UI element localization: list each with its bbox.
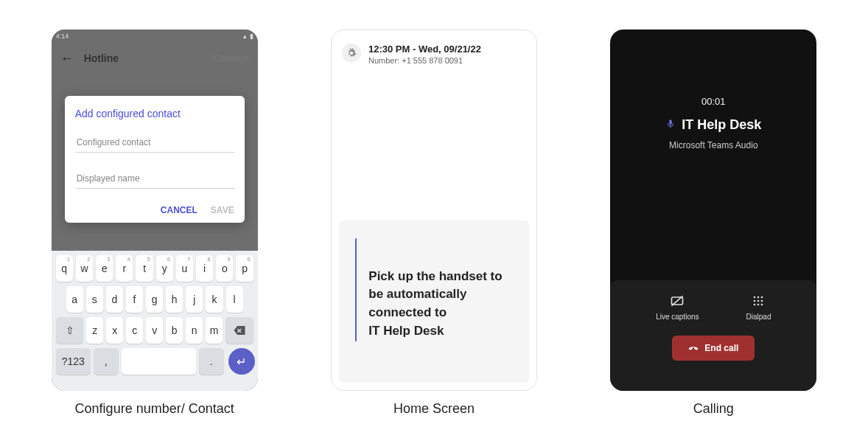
space-key[interactable] — [122, 348, 196, 375]
key-g[interactable]: g — [146, 286, 163, 313]
key-o[interactable]: o9 — [216, 255, 233, 282]
svg-point-2 — [754, 296, 756, 299]
comma-key[interactable]: , — [94, 348, 119, 375]
gear-icon — [346, 48, 357, 58]
key-f[interactable]: f — [126, 286, 143, 313]
captions-icon — [670, 294, 685, 308]
key-r[interactable]: r4 — [116, 255, 133, 282]
caption-configure: Configure number/ Contact — [75, 401, 234, 417]
card-accent-bar — [355, 238, 357, 341]
symbols-key[interactable]: ?123 — [56, 348, 91, 375]
svg-point-9 — [757, 304, 760, 306]
call-timer: 00:01 — [610, 96, 816, 107]
end-call-label: End call — [704, 343, 738, 353]
add-contact-dialog: Add configured contact CANCEL SAVE — [65, 96, 245, 223]
call-title: IT Help Desk — [682, 117, 761, 133]
dialog-actions: CANCEL SAVE — [75, 205, 234, 215]
svg-point-6 — [757, 300, 760, 302]
instruction-card: Pick up the handset to be automatically … — [339, 221, 529, 383]
key-p[interactable]: p0 — [236, 255, 253, 282]
key-e[interactable]: e3 — [96, 255, 113, 282]
svg-point-8 — [754, 304, 756, 306]
keyboard-row-4: ?123 , . ↵ — [55, 348, 255, 375]
hangup-icon — [688, 343, 699, 353]
call-info: 00:01 IT Help Desk Microsoft Teams Audio — [610, 29, 816, 150]
live-captions-button[interactable]: Live captions — [656, 294, 699, 321]
dialpad-button[interactable]: Dialpad — [746, 294, 771, 321]
key-l[interactable]: l — [226, 286, 243, 313]
datetime-label: 12:30 PM - Wed, 09/21/22 — [368, 44, 481, 55]
call-title-row: IT Help Desk — [610, 117, 816, 133]
signal-icon: ▴ — [243, 32, 247, 40]
key-n[interactable]: n — [186, 317, 203, 344]
caption-calling: Calling — [693, 401, 734, 417]
key-q[interactable]: q1 — [56, 255, 73, 282]
caption-home: Home Screen — [393, 401, 475, 417]
svg-point-7 — [761, 300, 763, 302]
soft-keyboard: q1w2e3r4t5y6u7i8o9p0 asdfghjkl ⇧ zxcvbnm… — [52, 251, 258, 391]
svg-point-5 — [754, 300, 756, 302]
cancel-button[interactable]: CANCEL — [161, 205, 197, 215]
key-y[interactable]: y6 — [156, 255, 173, 282]
key-b[interactable]: b — [166, 317, 183, 344]
svg-point-4 — [761, 296, 763, 299]
enter-key[interactable]: ↵ — [228, 348, 255, 375]
phone-configure-contact: 4:14 ▴ ▮ ← Hotline Continue Add configur… — [52, 29, 258, 391]
settings-button[interactable] — [342, 44, 361, 63]
svg-point-3 — [757, 296, 760, 299]
dialpad-label: Dialpad — [746, 313, 771, 321]
dialog-title: Add configured contact — [75, 108, 234, 119]
phone-home-screen: 12:30 PM - Wed, 09/21/22 Number: +1 555 … — [331, 29, 537, 391]
key-h[interactable]: h — [166, 286, 183, 313]
displayed-name-field[interactable] — [75, 169, 234, 189]
keyboard-row-3: ⇧ zxcvbnm — [55, 317, 255, 344]
status-time: 4:14 — [56, 32, 69, 40]
shift-key[interactable]: ⇧ — [56, 317, 84, 344]
key-d[interactable]: d — [106, 286, 123, 313]
keyboard-row-2: asdfghjkl — [55, 286, 255, 313]
shift-icon: ⇧ — [66, 324, 74, 336]
instruction-text: Pick up the handset to be automatically … — [368, 268, 516, 341]
screen-title: Hotline — [84, 52, 119, 64]
backspace-icon — [233, 324, 246, 337]
top-bar: ← Hotline Continue — [52, 43, 258, 74]
configured-contact-field[interactable] — [75, 133, 234, 153]
key-k[interactable]: k — [206, 286, 223, 313]
svg-point-10 — [761, 304, 763, 306]
enter-icon: ↵ — [237, 355, 246, 369]
back-icon[interactable]: ← — [60, 51, 74, 66]
phone-calling: 00:01 IT Help Desk Microsoft Teams Audio… — [610, 29, 816, 391]
save-button[interactable]: SAVE — [211, 205, 234, 215]
status-bar: 4:14 ▴ ▮ — [52, 29, 258, 43]
home-top-bar: 12:30 PM - Wed, 09/21/22 Number: +1 555 … — [332, 30, 536, 68]
period-key[interactable]: . — [199, 348, 224, 375]
key-t[interactable]: t5 — [136, 255, 153, 282]
number-label: Number: +1 555 878 0091 — [368, 56, 481, 65]
backspace-key[interactable] — [225, 317, 253, 344]
status-icons: ▴ ▮ — [243, 32, 253, 40]
keyboard-row-1: q1w2e3r4t5y6u7i8o9p0 — [55, 255, 255, 282]
dialpad-icon — [751, 294, 766, 308]
live-captions-label: Live captions — [656, 313, 699, 321]
key-i[interactable]: i8 — [196, 255, 213, 282]
key-w[interactable]: w2 — [76, 255, 93, 282]
key-c[interactable]: c — [126, 317, 143, 344]
battery-icon: ▮ — [250, 32, 253, 40]
key-v[interactable]: v — [146, 317, 163, 344]
call-controls-panel: Live captions Dialpad End call — [610, 280, 816, 391]
key-x[interactable]: x — [106, 317, 123, 344]
key-u[interactable]: u7 — [176, 255, 193, 282]
end-call-button[interactable]: End call — [672, 336, 755, 361]
key-z[interactable]: z — [86, 317, 103, 344]
key-j[interactable]: j — [186, 286, 203, 313]
key-m[interactable]: m — [206, 317, 223, 344]
call-actions: Live captions Dialpad — [656, 294, 771, 321]
continue-button[interactable]: Continue — [214, 53, 249, 63]
key-a[interactable]: a — [66, 286, 83, 313]
mic-icon — [665, 117, 676, 133]
call-subtitle: Microsoft Teams Audio — [610, 140, 816, 150]
key-s[interactable]: s — [86, 286, 103, 313]
